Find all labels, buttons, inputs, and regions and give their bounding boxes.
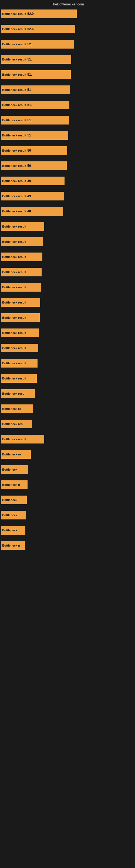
list-item: Bottleneck result51	[1, 130, 134, 140]
bar-0: Bottleneck result52.9	[1, 9, 77, 18]
bar-34: Bottleneck	[1, 526, 26, 535]
list-item: Bottleneck result50	[1, 146, 134, 155]
bar-label-6: Bottleneck result	[1, 103, 26, 106]
bar-label-24: Bottleneck result	[1, 377, 26, 380]
bar-5: Bottleneck result51	[1, 86, 70, 94]
bar-value-3: 51.	[26, 58, 32, 61]
bar-label-28: Bottleneck result	[1, 437, 26, 441]
bar-label-5: Bottleneck result	[1, 88, 26, 91]
bar-value-4: 51.	[26, 73, 32, 76]
bar-7: Bottleneck result51.	[1, 116, 69, 124]
bar-32: Bottleneck	[1, 496, 27, 504]
list-item: Bottleneck result49	[1, 176, 134, 186]
bar-value-1: 52.6	[26, 27, 34, 31]
list-item: Bottleneck result51	[1, 85, 134, 95]
bar-label-14: Bottleneck result	[1, 225, 26, 228]
bar-label-29: Bottleneck re	[1, 453, 21, 456]
bar-17: Bottleneck result	[1, 268, 42, 276]
list-item: Bottleneck result51.	[1, 115, 134, 125]
list-item: Bottleneck result	[1, 434, 134, 444]
list-item: Bottleneck res	[1, 419, 134, 429]
list-item: Bottleneck n	[1, 480, 134, 490]
bar-14: Bottleneck result	[1, 222, 44, 231]
bar-2: Bottleneck result52.	[1, 40, 74, 49]
bar-value-6: 51.	[26, 103, 32, 107]
bar-label-12: Bottleneck result	[1, 194, 26, 198]
list-item: Bottleneck	[1, 465, 134, 474]
list-item: Bottleneck result	[1, 267, 134, 277]
bar-label-13: Bottleneck result	[1, 210, 26, 213]
bar-label-18: Bottleneck result	[1, 286, 26, 289]
list-item: Bottleneck result51.	[1, 55, 134, 64]
bar-value-13: 48	[26, 209, 31, 213]
bar-16: Bottleneck result	[1, 252, 42, 261]
bar-27: Bottleneck res	[1, 420, 32, 428]
bar-label-21: Bottleneck result	[1, 331, 26, 335]
list-item: Bottleneck result50	[1, 161, 134, 170]
bar-label-8: Bottleneck result	[1, 134, 26, 137]
bar-label-31: Bottleneck n	[1, 483, 20, 486]
bar-label-9: Bottleneck result	[1, 149, 26, 152]
list-item: Bottleneck result	[1, 222, 134, 231]
bar-26: Bottleneck re	[1, 404, 33, 413]
list-item: Bottleneck	[1, 525, 134, 535]
bar-label-26: Bottleneck re	[1, 407, 21, 410]
bar-23: Bottleneck result	[1, 359, 38, 368]
list-item: Bottleneck resu	[1, 389, 134, 399]
bar-label-10: Bottleneck result	[1, 164, 26, 167]
bar-4: Bottleneck result51.	[1, 70, 71, 79]
bar-label-33: Bottleneck	[1, 514, 17, 517]
bar-value-5: 51	[26, 88, 31, 92]
bar-label-30: Bottleneck	[1, 468, 17, 471]
bar-label-3: Bottleneck result	[1, 58, 26, 61]
bar-20: Bottleneck result	[1, 313, 40, 322]
bar-label-32: Bottleneck	[1, 498, 17, 501]
bar-value-11: 49	[26, 179, 31, 183]
list-item: Bottleneck n	[1, 540, 134, 550]
list-item: Bottleneck result51.	[1, 70, 134, 80]
list-item: Bottleneck	[1, 495, 134, 505]
bar-label-15: Bottleneck result	[1, 240, 26, 243]
list-item: Bottleneck result	[1, 343, 134, 353]
bar-11: Bottleneck result49	[1, 177, 64, 185]
bar-1: Bottleneck result52.6	[1, 25, 75, 33]
bar-8: Bottleneck result51	[1, 131, 68, 140]
bar-21: Bottleneck result	[1, 329, 39, 337]
list-item: Bottleneck result52.6	[1, 24, 134, 34]
bar-18: Bottleneck result	[1, 283, 41, 291]
list-item: Bottleneck result48	[1, 207, 134, 216]
list-item: Bottleneck result	[1, 252, 134, 262]
list-item: Bottleneck result52.	[1, 39, 134, 49]
bar-6: Bottleneck result51.	[1, 101, 70, 109]
bar-label-23: Bottleneck result	[1, 362, 26, 365]
bar-33: Bottleneck	[1, 511, 26, 520]
bar-label-1: Bottleneck result	[1, 27, 26, 31]
bar-label-25: Bottleneck resu	[1, 392, 25, 395]
list-item: Bottleneck result	[1, 313, 134, 322]
bar-value-0: 52.9	[26, 12, 34, 16]
bar-value-7: 51.	[26, 118, 32, 122]
bar-value-8: 51	[26, 133, 31, 137]
bar-label-4: Bottleneck result	[1, 73, 26, 76]
bar-35: Bottleneck n	[1, 541, 25, 550]
list-item: Bottleneck result	[1, 298, 134, 307]
bar-12: Bottleneck result49	[1, 192, 64, 200]
bar-15: Bottleneck result	[1, 237, 43, 246]
site-header: TheBottlenecker.com	[0, 0, 135, 7]
bar-29: Bottleneck re	[1, 450, 31, 459]
bar-label-35: Bottleneck n	[1, 544, 20, 547]
bar-value-2: 52.	[26, 42, 32, 46]
bar-19: Bottleneck result	[1, 298, 40, 307]
bar-22: Bottleneck result	[1, 344, 38, 352]
list-item: Bottleneck result51.	[1, 100, 134, 110]
bar-25: Bottleneck resu	[1, 389, 35, 398]
list-item: Bottleneck result49	[1, 191, 134, 201]
list-item: Bottleneck re	[1, 450, 134, 459]
list-item: Bottleneck result	[1, 328, 134, 338]
bar-label-17: Bottleneck result	[1, 271, 26, 274]
bar-label-2: Bottleneck result	[1, 42, 26, 46]
bar-label-27: Bottleneck res	[1, 422, 23, 426]
list-item: Bottleneck result	[1, 358, 134, 368]
bar-label-0: Bottleneck result	[1, 12, 26, 16]
bar-label-22: Bottleneck result	[1, 346, 26, 350]
